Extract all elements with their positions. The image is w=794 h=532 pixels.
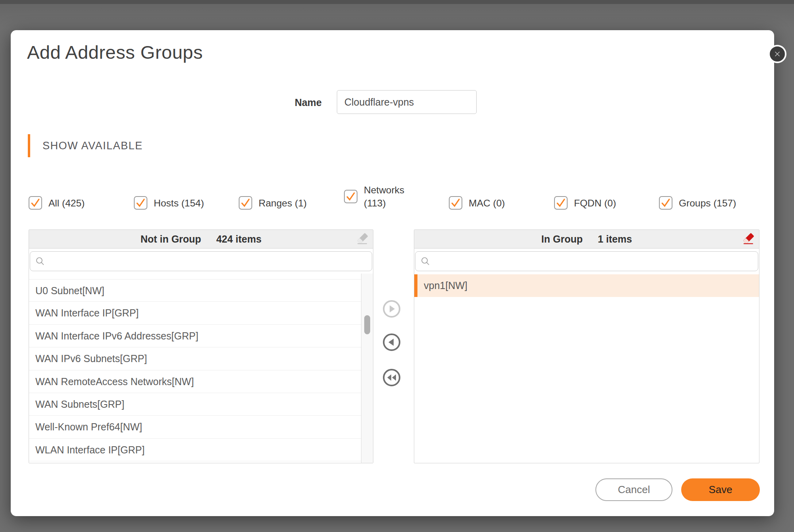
list-item[interactable]: U0 Subnet[NW] (29, 279, 361, 302)
add-address-groups-dialog: Add Address Groups Name SHOW AVAILABLE A… (11, 30, 774, 516)
clear-selection-button[interactable] (356, 233, 368, 245)
filter-hosts[interactable]: Hosts (154) (134, 196, 204, 210)
list-item[interactable]: WAN Interface IP[GRP] (29, 302, 361, 324)
not-in-group-header: Not in Group 424 items (29, 230, 373, 249)
checkbox-icon[interactable] (449, 196, 462, 210)
search-input[interactable] (45, 252, 372, 271)
panel-title: Not in Group (141, 233, 201, 245)
checkbox-icon[interactable] (344, 190, 357, 203)
checkbox-icon[interactable] (659, 196, 672, 210)
filter-label: Networks (113) (364, 183, 415, 210)
list-item[interactable]: WAN IPv6 Subnets[GRP] (29, 347, 361, 370)
list-item[interactable]: Well-Known Pref64[NW] (29, 416, 361, 438)
dialog-title: Add Address Groups (27, 41, 203, 63)
section-title: SHOW AVAILABLE (43, 134, 143, 157)
checkbox-icon[interactable] (239, 196, 252, 210)
arrow-right-icon (384, 302, 399, 316)
list-item-selected[interactable]: vpn1[NW] (414, 274, 759, 297)
not-in-group-search (30, 251, 372, 271)
scrollbar-track[interactable] (361, 274, 373, 463)
checkbox-icon[interactable] (134, 196, 147, 210)
filter-ranges[interactable]: Ranges (1) (239, 196, 307, 210)
list-item[interactable]: WAN RemoteAccess Networks[NW] (29, 370, 361, 393)
move-right-button[interactable] (383, 300, 400, 318)
list-item[interactable]: WAN Interface IPv6 Addresses[GRP] (29, 325, 361, 347)
filter-all[interactable]: All (425) (29, 196, 85, 210)
move-all-left-button[interactable] (383, 369, 400, 386)
checkbox-icon[interactable] (554, 196, 568, 210)
filter-label: MAC (0) (469, 197, 505, 210)
filter-label: Ranges (1) (259, 197, 307, 210)
filter-label: FQDN (0) (574, 197, 616, 210)
not-in-group-list: U0 Subnet[NW] WAN Interface IP[GRP] WAN … (29, 279, 361, 461)
filter-label: Groups (157) (679, 197, 736, 210)
in-group-list: vpn1[NW] (414, 274, 759, 297)
not-in-group-panel: Not in Group 424 items (29, 229, 373, 463)
name-label: Name (265, 90, 322, 115)
close-button[interactable] (768, 45, 786, 63)
search-icon (421, 256, 430, 266)
screen-background: Add Address Groups Name SHOW AVAILABLE A… (0, 0, 794, 532)
eraser-icon (742, 233, 754, 245)
list-item[interactable]: WAN Subnets[GRP] (29, 393, 361, 416)
clear-group-button[interactable] (742, 233, 754, 245)
filter-label: All (425) (48, 197, 85, 210)
search-input[interactable] (430, 252, 758, 271)
filter-groups[interactable]: Groups (157) (659, 196, 736, 210)
filter-networks[interactable]: Networks (113) (344, 183, 415, 210)
panel-title: In Group (541, 233, 583, 245)
panel-count: 424 items (216, 233, 261, 245)
move-left-button[interactable] (383, 333, 400, 351)
search-icon (35, 256, 45, 266)
section-accent-bar (28, 134, 30, 157)
name-input[interactable] (337, 90, 477, 114)
filter-label: Hosts (154) (154, 197, 204, 210)
in-group-panel: In Group 1 items (414, 229, 759, 463)
in-group-search (415, 251, 758, 271)
filter-mac[interactable]: MAC (0) (449, 196, 505, 210)
save-button[interactable]: Save (681, 478, 760, 501)
arrow-left-icon (384, 335, 399, 349)
double-arrow-left-icon (384, 370, 399, 385)
scrollbar-thumb[interactable] (364, 315, 370, 334)
background-top-bar (0, 0, 794, 4)
list-item[interactable]: WLAN Interface IP[GRP] (29, 439, 361, 461)
in-group-header: In Group 1 items (414, 230, 759, 249)
close-icon (773, 50, 782, 58)
checkbox-icon[interactable] (29, 196, 42, 210)
panel-count: 1 items (598, 233, 632, 245)
filter-fqdn[interactable]: FQDN (0) (554, 196, 616, 210)
background-shade (0, 4, 794, 28)
cancel-button[interactable]: Cancel (595, 478, 672, 501)
eraser-icon (356, 233, 368, 245)
